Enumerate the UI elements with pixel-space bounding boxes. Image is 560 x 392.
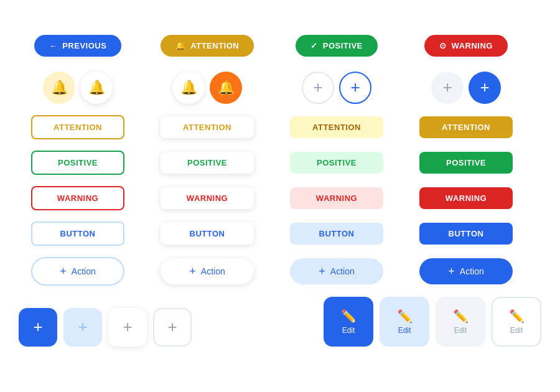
- col-positive-pill: ✓ POSITIVE: [278, 35, 396, 57]
- bottom-row: + + + + ✏️ Edit ✏️ Edit ✏: [19, 297, 541, 347]
- edit-gray-button[interactable]: ✏️ Edit: [436, 297, 485, 347]
- button-shadow[interactable]: BUTTON: [161, 223, 254, 245]
- positive-solid-button[interactable]: POSITIVE: [419, 152, 513, 174]
- warning-rect-row: WARNING WARNING WARNING WARNING: [19, 186, 541, 210]
- previous-button[interactable]: ← PREVIOUS: [34, 35, 122, 57]
- button-solid[interactable]: BUTTON: [419, 223, 513, 245]
- pill-buttons-row: ← PREVIOUS 🔔 ATTENTION ✓ POSITIVE ⊙ WARN…: [19, 35, 541, 57]
- positive-light-button[interactable]: POSITIVE: [290, 152, 383, 174]
- edit-buttons-group: ✏️ Edit ✏️ Edit ✏️ Edit ✏️ Edit: [324, 297, 541, 347]
- positive-outline-button[interactable]: POSITIVE: [31, 151, 124, 175]
- square-buttons-group: + + + +: [19, 308, 192, 347]
- action-outline-label: Action: [72, 266, 96, 276]
- positive-pill-label: POSITIVE: [323, 41, 363, 50]
- warning-solid-button[interactable]: WARNING: [419, 187, 513, 209]
- square-shadow-button[interactable]: +: [108, 308, 147, 347]
- warning-shadow-label: WARNING: [187, 194, 228, 203]
- plus-icon-sq-outline: +: [167, 317, 177, 337]
- warning-pill-button[interactable]: ⊙ WARNING: [424, 35, 508, 57]
- positive-shadow-label: POSITIVE: [187, 158, 227, 167]
- edit-outline-label: Edit: [510, 326, 523, 335]
- bell-icon-pill: 🔔: [175, 41, 186, 50]
- pencil-icon-outline: ✏️: [509, 309, 525, 324]
- edit-outline-button[interactable]: ✏️ Edit: [492, 297, 541, 347]
- warning-icon-pill: ⊙: [439, 41, 447, 50]
- action-row: + Action + Action + Action + Action: [19, 257, 541, 286]
- warning-outline-label: WARNING: [57, 194, 98, 203]
- action-light-label: Action: [330, 266, 355, 276]
- edit-light-button[interactable]: ✏️ Edit: [380, 297, 429, 347]
- action-outline-button[interactable]: + Action: [31, 257, 124, 286]
- square-light-button[interactable]: +: [63, 308, 102, 347]
- main-container: ← PREVIOUS 🔔 ATTENTION ✓ POSITIVE ⊙ WARN…: [12, 22, 548, 370]
- plus-icon-action-2: +: [189, 266, 196, 277]
- edit-light-label: Edit: [398, 326, 411, 335]
- plus-blue-circle[interactable]: +: [469, 72, 501, 104]
- col-warning-pill: ⊙ WARNING: [407, 35, 525, 57]
- button-outline-label: BUTTON: [60, 229, 96, 238]
- icon-circles-row: 🔔 🔔 🔔 🔔 + + + +: [19, 72, 541, 104]
- plus-gray-circle[interactable]: +: [431, 72, 464, 104]
- attention-solid-label: ATTENTION: [442, 123, 490, 132]
- bell-yellow-light-circle[interactable]: 🔔: [43, 72, 75, 104]
- edit-blue-label: Edit: [342, 326, 355, 335]
- col-plus-icons-2: + +: [407, 72, 525, 104]
- button-rect-row: BUTTON BUTTON BUTTON BUTTON: [19, 222, 541, 246]
- plus-icon-sq-blue: +: [33, 317, 42, 337]
- attention-light-label: ATTENTION: [312, 123, 361, 132]
- warning-light-label: WARNING: [316, 194, 357, 203]
- attention-outline-button[interactable]: ATTENTION: [31, 115, 124, 139]
- col-attention-outline: ATTENTION: [19, 115, 137, 139]
- attention-rect-row: ATTENTION ATTENTION ATTENTION ATTENTION: [19, 115, 541, 139]
- plus-outline-circle[interactable]: +: [302, 72, 334, 104]
- pencil-icon-gray: ✏️: [453, 309, 469, 324]
- plus-icon-sq-shadow: +: [123, 317, 132, 337]
- col-bell-icons-2: 🔔 🔔: [148, 72, 266, 104]
- square-blue-button[interactable]: +: [19, 308, 57, 347]
- action-shadow-label: Action: [201, 266, 225, 276]
- square-outline-button[interactable]: +: [153, 308, 192, 347]
- attention-pill-label: ATTENTION: [190, 41, 239, 50]
- col-attention-pill: 🔔 ATTENTION: [148, 35, 266, 57]
- col-bell-icons: 🔔 🔔: [19, 72, 137, 104]
- warning-outline-button[interactable]: WARNING: [31, 186, 124, 210]
- attention-shadow-label: ATTENTION: [183, 123, 231, 132]
- plus-icon-action-3: +: [319, 266, 325, 277]
- pencil-icon-blue: ✏️: [341, 309, 357, 324]
- bell-white-blue-circle[interactable]: 🔔: [80, 72, 113, 104]
- attention-solid-button[interactable]: ATTENTION: [419, 116, 513, 138]
- positive-rect-row: POSITIVE POSITIVE POSITIVE POSITIVE: [19, 151, 541, 175]
- attention-light-button[interactable]: ATTENTION: [290, 116, 383, 138]
- col-previous: ← PREVIOUS: [19, 35, 137, 57]
- plus-icon-action-1: +: [60, 266, 67, 277]
- action-shadow-button[interactable]: + Action: [161, 258, 254, 284]
- attention-outline-label: ATTENTION: [54, 123, 102, 132]
- warning-light-button[interactable]: WARNING: [290, 187, 383, 209]
- plus-icon-sq-light: +: [78, 317, 87, 337]
- action-solid-button[interactable]: + Action: [419, 258, 513, 284]
- positive-pill-button[interactable]: ✓ POSITIVE: [296, 35, 377, 57]
- button-outline[interactable]: BUTTON: [31, 222, 124, 246]
- check-icon-pill: ✓: [310, 41, 318, 50]
- bell-orange-circle[interactable]: 🔔: [210, 72, 242, 104]
- plus-icon-action-4: +: [448, 266, 455, 277]
- positive-solid-label: POSITIVE: [446, 158, 486, 167]
- plus-outline-blue-circle[interactable]: +: [339, 72, 371, 104]
- attention-shadow-button[interactable]: ATTENTION: [161, 116, 254, 138]
- previous-label: PREVIOUS: [62, 41, 106, 50]
- positive-shadow-button[interactable]: POSITIVE: [161, 152, 254, 174]
- positive-light-label: POSITIVE: [317, 158, 357, 167]
- pencil-icon-light: ✏️: [397, 309, 413, 324]
- bell-white-dark-circle[interactable]: 🔔: [172, 72, 205, 104]
- action-light-button[interactable]: + Action: [290, 258, 383, 284]
- edit-gray-label: Edit: [454, 326, 467, 335]
- warning-pill-label: WARNING: [452, 41, 493, 50]
- edit-blue-button[interactable]: ✏️ Edit: [324, 297, 373, 347]
- button-light[interactable]: BUTTON: [290, 223, 383, 245]
- warning-shadow-button[interactable]: WARNING: [161, 187, 254, 209]
- col-attention-shadow: ATTENTION: [148, 116, 266, 138]
- arrow-left-icon: ←: [49, 41, 58, 50]
- attention-pill-button[interactable]: 🔔 ATTENTION: [161, 35, 254, 57]
- positive-outline-label: POSITIVE: [58, 158, 98, 167]
- col-attention-light: ATTENTION: [278, 116, 396, 138]
